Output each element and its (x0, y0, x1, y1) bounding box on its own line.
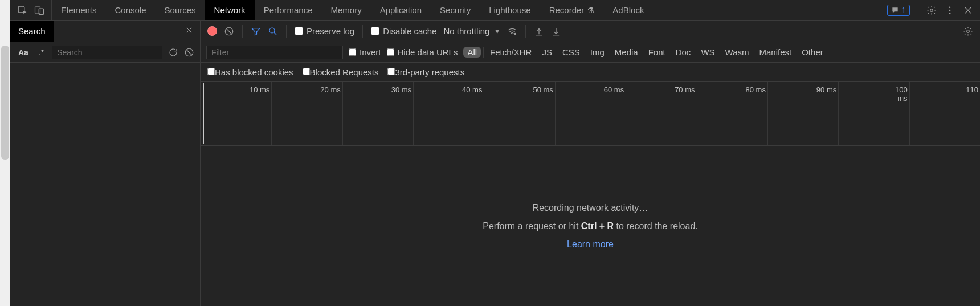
tab-label: Elements (61, 5, 97, 15)
type-chip-wasm[interactable]: Wasm (721, 47, 753, 58)
type-chip-img[interactable]: Img (586, 47, 609, 58)
tab-network[interactable]: Network (205, 0, 255, 20)
upload-har-icon[interactable] (534, 26, 544, 36)
tab-application[interactable]: Application (371, 0, 431, 20)
filter-row-2: Has blocked cookies Blocked Requests 3rd… (201, 63, 980, 82)
tab-label: Network (214, 5, 246, 15)
svg-point-5 (949, 9, 951, 11)
timeline-tick: 10 ms (271, 82, 272, 145)
inspect-element-icon[interactable] (17, 5, 27, 15)
blocked-cookies-checkbox[interactable]: Has blocked cookies (207, 67, 293, 77)
learn-more-link[interactable]: Learn more (567, 239, 614, 250)
tab-label: AdBlock (612, 5, 644, 15)
type-chip-doc[interactable]: Doc (672, 47, 695, 58)
search-icon[interactable] (268, 26, 278, 36)
timeline-tick-label: 20 ms (318, 85, 341, 94)
svg-point-6 (949, 12, 951, 14)
match-case-toggle[interactable]: Aa (16, 47, 31, 58)
tab-sources[interactable]: Sources (156, 0, 205, 20)
empty-title: Recording network activity… (533, 203, 648, 213)
record-button[interactable] (207, 26, 217, 36)
search-results-empty (10, 63, 200, 306)
type-chip-css[interactable]: CSS (558, 47, 584, 58)
clear-icon[interactable] (184, 47, 194, 58)
tab-adblock[interactable]: AdBlock (603, 0, 653, 20)
filter-icon[interactable] (251, 26, 261, 36)
tab-recorder[interactable]: Recorder⚗ (540, 0, 604, 20)
svg-point-11 (967, 30, 970, 32)
tab-memory[interactable]: Memory (322, 0, 371, 20)
gear-icon[interactable] (963, 26, 973, 36)
tab-console[interactable]: Console (106, 0, 156, 20)
messages-count: 1 (901, 6, 906, 15)
preserve-log-label: Preserve log (307, 26, 354, 36)
search-input[interactable] (52, 46, 162, 59)
type-chip-manifest[interactable]: Manifest (756, 47, 796, 58)
tab-label: Security (440, 5, 471, 15)
invert-checkbox[interactable]: Invert (349, 47, 381, 57)
messages-badge[interactable]: 1 (887, 5, 910, 16)
regex-toggle[interactable]: .* (36, 47, 46, 58)
third-party-checkbox[interactable]: 3rd-party requests (387, 67, 464, 77)
tab-elements[interactable]: Elements (52, 0, 106, 20)
preserve-log-checkbox[interactable]: Preserve log (295, 26, 354, 36)
network-toolbar: Preserve log Disable cache No throttling… (201, 21, 980, 42)
page-scrollbar[interactable] (0, 0, 10, 306)
tab-label: Lighthouse (489, 5, 530, 15)
type-chip-other[interactable]: Other (798, 47, 827, 58)
svg-point-9 (270, 28, 275, 33)
search-close-button[interactable] (178, 26, 200, 36)
refresh-icon[interactable] (168, 47, 178, 58)
clear-icon[interactable] (224, 26, 234, 36)
timeline-tick: 80 ms (767, 82, 768, 145)
close-icon[interactable] (963, 5, 973, 15)
disable-cache-checkbox[interactable]: Disable cache (371, 26, 436, 36)
hide-data-urls-checkbox[interactable]: Hide data URLs (387, 47, 458, 57)
tab-lighthouse[interactable]: Lighthouse (480, 0, 540, 20)
empty-pre: Perform a request or hit (483, 221, 581, 231)
type-chip-all[interactable]: All (463, 47, 481, 58)
timeline-tick-label: 110 (956, 85, 978, 94)
search-tab[interactable]: Search (10, 21, 54, 42)
empty-subtitle: Perform a request or hit Ctrl + R to rec… (483, 221, 698, 231)
playhead[interactable] (203, 83, 204, 144)
filter-row: Invert Hide data URLs AllFetch/XHRJSCSSI… (201, 42, 980, 63)
tab-security[interactable]: Security (431, 0, 480, 20)
blocked-requests-checkbox[interactable]: Blocked Requests (303, 67, 379, 77)
tab-performance[interactable]: Performance (255, 0, 322, 20)
type-chip-ws[interactable]: WS (697, 47, 718, 58)
third-party-label: 3rd-party requests (395, 67, 464, 77)
timeline-tick-label: 100 ms (885, 85, 908, 103)
download-har-icon[interactable] (551, 26, 561, 36)
empty-state: Recording network activity… Perform a re… (201, 146, 980, 306)
chevron-down-icon: ▼ (494, 28, 500, 35)
search-tab-label: Search (18, 26, 46, 36)
timeline-tick-label: 80 ms (743, 85, 766, 94)
inspect-controls (10, 0, 52, 20)
throttle-select[interactable]: No throttling ▼ (443, 26, 500, 36)
blocked-requests-label: Blocked Requests (310, 67, 379, 77)
network-conditions-icon[interactable] (507, 26, 517, 36)
type-chip-js[interactable]: JS (538, 47, 556, 58)
device-toggle-icon[interactable] (34, 5, 44, 15)
type-chip-fetch-xhr[interactable]: Fetch/XHR (486, 47, 536, 58)
divider (286, 25, 287, 38)
timeline-tick: 100 ms (909, 82, 910, 145)
kebab-icon[interactable] (945, 5, 955, 15)
close-icon (185, 26, 193, 34)
filter-input[interactable] (206, 46, 343, 59)
type-chip-font[interactable]: Font (644, 47, 669, 58)
gear-icon[interactable] (926, 5, 937, 15)
divider (242, 25, 243, 38)
tab-label: Application (380, 5, 422, 15)
tab-label: Console (115, 5, 146, 15)
search-controls: Aa .* (10, 42, 200, 63)
timeline-tick: 30 ms (413, 82, 414, 145)
blocked-cookies-label: Has blocked cookies (215, 67, 293, 77)
tab-label: Memory (331, 5, 362, 15)
timeline-ruler[interactable]: 10 ms20 ms30 ms40 ms50 ms60 ms70 ms80 ms… (201, 82, 980, 146)
tab-label: Performance (264, 5, 313, 15)
svg-point-3 (930, 9, 933, 11)
chat-icon (891, 6, 899, 14)
type-chip-media[interactable]: Media (611, 47, 642, 58)
